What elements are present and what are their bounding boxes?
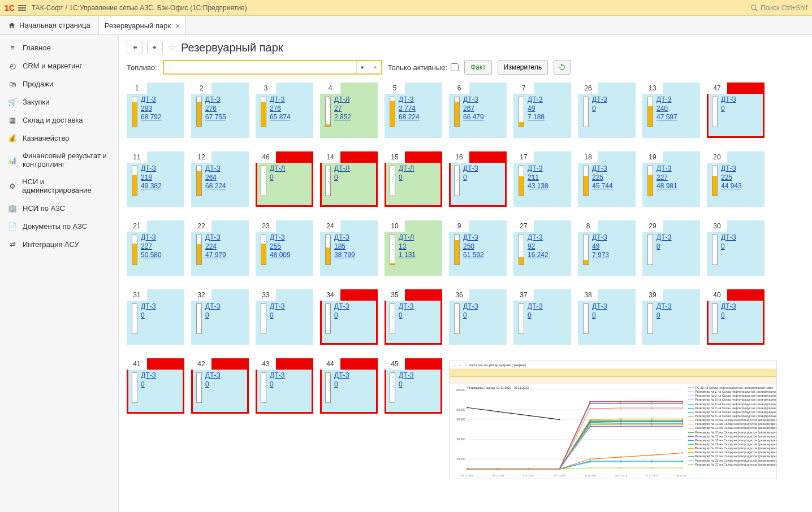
- tank-fuel-link[interactable]: ДТ-Л: [334, 96, 351, 105]
- tank-value1-link[interactable]: 2 774: [399, 105, 420, 114]
- sidebar-item-integration[interactable]: ⇄Интеграция АСУ: [0, 235, 118, 253]
- chart-preview[interactable]: ← → ☆ Остатки по резервуарам (график)10,…: [449, 361, 777, 479]
- tank-value2-link[interactable]: 50 580: [141, 251, 162, 260]
- tank-fuel-link[interactable]: ДТ-З: [463, 164, 478, 173]
- tank-value2-link[interactable]: 0: [463, 173, 478, 183]
- tank-card[interactable]: 11ДТ-З21849 382: [127, 151, 184, 207]
- tank-value2-link[interactable]: 48 009: [270, 251, 291, 260]
- tank-card[interactable]: 43ДТ-З0: [256, 358, 313, 414]
- tank-fuel-link[interactable]: ДТ-З: [205, 302, 221, 311]
- tank-fuel-link[interactable]: ДТ-З: [592, 96, 607, 105]
- tank-card[interactable]: 42ДТ-З0: [191, 358, 249, 414]
- tank-fuel-link[interactable]: ДТ-З: [141, 233, 162, 242]
- tank-fuel-link[interactable]: ДТ-З: [656, 233, 672, 242]
- tank-value2-link[interactable]: 0: [463, 311, 478, 320]
- tank-fuel-link[interactable]: ДТ-З: [270, 371, 285, 380]
- tank-fuel-link[interactable]: ДТ-З: [270, 96, 291, 105]
- tank-value1-link[interactable]: 225: [592, 173, 613, 183]
- menu-icon[interactable]: [18, 5, 26, 11]
- tank-value1-link[interactable]: 224: [205, 242, 226, 251]
- dropdown-icon[interactable]: ▾: [356, 61, 369, 73]
- chart-back-icon[interactable]: ←: [453, 363, 456, 367]
- tank-value2-link[interactable]: 48 981: [656, 182, 677, 191]
- tank-value2-link[interactable]: 68 792: [141, 113, 162, 122]
- tank-fuel-link[interactable]: ДТ-З: [592, 164, 613, 173]
- chart-star-icon[interactable]: ☆: [464, 363, 467, 367]
- tank-fuel-link[interactable]: ДТ-З: [399, 302, 414, 311]
- tank-card[interactable]: 2ДТ-З27667 755: [191, 83, 249, 138]
- sidebar-item-nsi[interactable]: ⚙НСИ и администрирование: [0, 173, 118, 199]
- tank-value2-link[interactable]: 43 138: [528, 182, 548, 191]
- tank-card[interactable]: 10ДТ-Л131 131: [385, 220, 442, 276]
- tank-card[interactable]: 7ДТ-З497 188: [513, 83, 571, 138]
- tank-value1-link[interactable]: 49: [528, 105, 545, 114]
- tank-value2-link[interactable]: 68 224: [399, 113, 420, 122]
- tank-value1-link[interactable]: 49: [592, 242, 609, 251]
- sidebar-item-crm[interactable]: ◴CRM и маркетинг: [0, 57, 118, 75]
- tank-card[interactable]: 18ДТ-З22545 744: [578, 151, 636, 207]
- tank-card[interactable]: 4ДТ-Л272 852: [320, 83, 378, 138]
- tank-value2-link[interactable]: 0: [721, 311, 736, 320]
- meter-button[interactable]: Измеритель: [498, 60, 548, 75]
- tank-value2-link[interactable]: 0: [656, 311, 672, 320]
- tank-value2-link[interactable]: 0: [656, 242, 672, 251]
- sidebar-item-finresult[interactable]: 📊Финансовый результат и контроллинг: [0, 147, 118, 173]
- tank-card[interactable]: 33ДТ-З0: [256, 289, 313, 345]
- sidebar-item-main[interactable]: ≡Главное: [0, 38, 118, 57]
- sidebar-item-warehouse[interactable]: ▦Склад и доставка: [0, 111, 118, 129]
- tank-value1-link[interactable]: 225: [721, 173, 742, 183]
- tank-card[interactable]: 15ДТ-Л0: [385, 151, 442, 207]
- tank-card[interactable]: 12ДТ-З26468 224: [191, 151, 249, 207]
- tank-fuel-link[interactable]: ДТ-З: [270, 233, 291, 242]
- global-search[interactable]: Поиск Ctrl+Shif: [750, 4, 807, 12]
- tank-value1-link[interactable]: 283: [141, 105, 162, 114]
- tank-value2-link[interactable]: 0: [399, 311, 414, 320]
- tank-fuel-link[interactable]: ДТ-Л: [270, 164, 285, 173]
- tank-card[interactable]: 39ДТ-З0: [642, 289, 700, 345]
- tank-value2-link[interactable]: 61 592: [463, 251, 484, 260]
- tank-fuel-link[interactable]: ДТ-З: [721, 96, 736, 105]
- tank-value2-link[interactable]: 0: [334, 173, 349, 183]
- tank-fuel-link[interactable]: ДТ-З: [205, 233, 226, 242]
- tank-value2-link[interactable]: 0: [141, 311, 156, 320]
- tank-card[interactable]: 27ДТ-З9216 242: [513, 220, 571, 276]
- tank-card[interactable]: 35ДТ-З0: [385, 289, 442, 345]
- tank-fuel-link[interactable]: ДТ-З: [528, 96, 545, 105]
- tank-fuel-link[interactable]: ДТ-З: [141, 164, 162, 173]
- sidebar-item-treasury[interactable]: 💰Казначейство: [0, 129, 118, 147]
- tank-fuel-link[interactable]: ДТ-З: [463, 96, 484, 105]
- tank-fuel-link[interactable]: ДТ-З: [205, 96, 226, 105]
- tank-value2-link[interactable]: 0: [334, 380, 349, 389]
- tank-card[interactable]: 41ДТ-З0: [127, 358, 184, 414]
- fuel-input[interactable]: [164, 61, 356, 73]
- tank-value2-link[interactable]: 0: [721, 105, 736, 114]
- tank-card[interactable]: 5ДТ-З2 77468 224: [385, 83, 442, 138]
- tank-fuel-link[interactable]: ДТ-З: [205, 371, 221, 380]
- tank-fuel-link[interactable]: ДТ-З: [721, 233, 736, 242]
- close-icon[interactable]: ×: [175, 21, 180, 31]
- tank-fuel-link[interactable]: ДТ-З: [656, 96, 677, 105]
- tank-value2-link[interactable]: 0: [270, 311, 285, 320]
- tank-fuel-link[interactable]: ДТ-З: [528, 164, 548, 173]
- tank-value2-link[interactable]: 67 755: [205, 113, 226, 122]
- clear-icon[interactable]: ×: [369, 61, 381, 73]
- tank-value1-link[interactable]: 27: [334, 105, 351, 114]
- forward-button[interactable]: [147, 41, 163, 54]
- tab-reservoir-park[interactable]: Резервуарный парк ×: [99, 16, 187, 34]
- tank-value2-link[interactable]: 0: [205, 311, 221, 320]
- tank-value2-link[interactable]: 47 597: [656, 113, 677, 122]
- active-only-checkbox[interactable]: [451, 63, 459, 71]
- tank-card[interactable]: 38ДТ-З0: [578, 289, 636, 345]
- tank-value2-link[interactable]: 16 242: [528, 251, 548, 260]
- tank-card[interactable]: 34ДТ-З0: [320, 289, 378, 345]
- tank-value1-link[interactable]: 185: [334, 242, 355, 251]
- tank-fuel-link[interactable]: ДТ-Л: [399, 233, 416, 242]
- tank-fuel-link[interactable]: ДТ-З: [334, 302, 349, 311]
- tank-card[interactable]: 23ДТ-З25548 009: [256, 220, 313, 276]
- tank-card[interactable]: 8ДТ-З497 973: [578, 220, 636, 276]
- back-button[interactable]: [127, 41, 142, 54]
- tank-value2-link[interactable]: 0: [592, 311, 607, 320]
- tank-card[interactable]: 40ДТ-З0: [707, 289, 765, 345]
- tank-card[interactable]: 24ДТ-З18538 799: [320, 220, 378, 276]
- tank-value1-link[interactable]: 276: [270, 105, 291, 114]
